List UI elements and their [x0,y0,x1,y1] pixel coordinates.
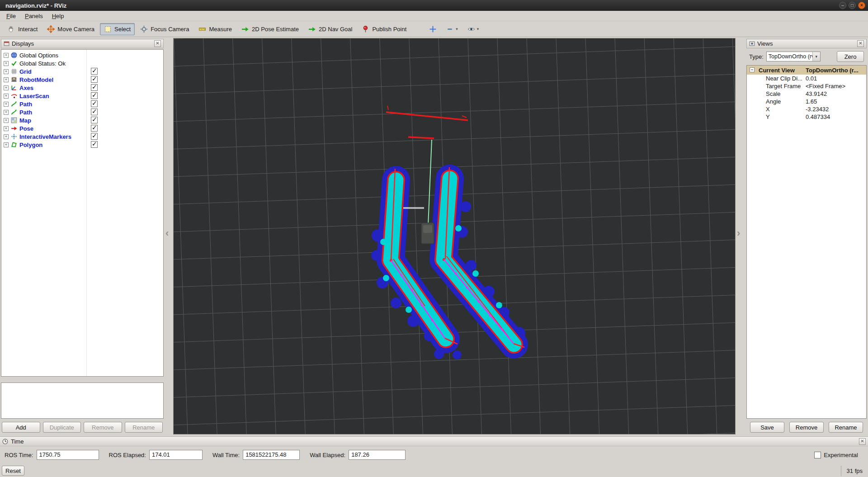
display-checkbox[interactable] [91,133,98,140]
expander-icon[interactable]: + [4,102,9,107]
duplicate-button[interactable]: Duplicate [43,422,81,433]
expander-icon[interactable]: + [4,85,9,90]
display-row-global-options[interactable]: + Global Options [1,51,163,59]
display-checkbox[interactable] [91,68,98,75]
display-row-pose[interactable]: + Pose [1,124,163,132]
tool-move-camera[interactable]: Move Camera [43,23,99,35]
display-checkbox[interactable] [91,117,98,123]
wall-time-input[interactable]: 1581522175.48 [243,450,300,460]
expander-icon[interactable]: + [4,142,9,147]
display-checkbox[interactable] [91,84,98,91]
expander-icon[interactable]: + [4,77,9,82]
chevron-down-icon[interactable]: ▾ [456,27,458,31]
display-row-interactivemarkers[interactable]: + InteractiveMarkers [1,132,163,141]
expander-icon[interactable]: + [4,134,9,139]
polygon-icon [11,142,17,148]
display-row-path-2[interactable]: + Path [1,108,163,116]
tool-2d-pose-estimate[interactable]: 2D Pose Estimate [237,23,303,35]
save-button[interactable]: Save [750,422,784,433]
display-checkbox[interactable] [91,125,98,132]
tool-2d-nav-goal[interactable]: 2D Nav Goal [304,23,356,35]
display-row-global-status[interactable]: + Global Status: Ok [1,59,163,67]
view-property-row[interactable]: X -3.23432 [747,105,866,113]
axes-icon [11,85,17,91]
expander-icon[interactable]: + [4,61,9,66]
expander-icon[interactable]: + [4,126,9,131]
rename-button[interactable]: Rename [125,422,163,433]
display-checkbox[interactable] [91,76,98,83]
tool-interact[interactable]: Interact [4,23,42,35]
displays-tree[interactable]: + Global Options + Global Status: Ok + G… [1,49,164,377]
expander-icon[interactable]: + [4,53,9,58]
views-panel-header[interactable]: Views ✕ [746,39,867,48]
display-row-robotmodel[interactable]: + RobotModel [1,76,163,84]
titlebar[interactable]: navigation.rviz* - RViz – □ × [0,0,868,11]
view-property-row[interactable]: Angle 1.65 [747,98,866,105]
experimental-checkbox[interactable] [814,452,821,458]
display-checkbox[interactable] [91,109,98,115]
display-checkbox[interactable] [91,100,98,107]
reset-button[interactable]: Reset [2,466,24,476]
3d-viewport[interactable] [173,38,736,434]
display-row-map[interactable]: + Map [1,116,163,124]
views-tree[interactable]: − Current View TopDownOrtho (r... Near C… [746,65,867,419]
robot-model-icon [11,76,17,83]
view-property-row[interactable]: Near Clip Di... 0.01 [747,75,866,82]
view-property-row[interactable]: Target Frame <Fixed Frame> [747,82,866,90]
display-row-laserscan[interactable]: + LaserScan [1,92,163,100]
display-checkbox[interactable] [91,92,98,99]
display-row-path-1[interactable]: + Path [1,100,163,108]
ros-time-input[interactable]: 1750.75 [37,450,99,460]
ros-elapsed-input[interactable]: 174.01 [149,450,203,460]
close-button[interactable]: × [858,2,865,9]
tool-label: 2D Pose Estimate [252,26,299,33]
time-fields: ROS Time: 1750.75 ROS Elapsed: 174.01 Wa… [0,446,868,460]
remove-button[interactable]: Remove [84,422,122,433]
collapse-icon[interactable]: − [750,67,755,72]
close-icon[interactable]: ✕ [857,40,864,47]
tool-select[interactable]: Select [100,23,135,35]
close-icon[interactable]: ✕ [859,438,866,445]
collapse-left-chevron[interactable]: ‹ [165,228,169,238]
experimental-group: Experimental [814,452,858,458]
display-row-polygon[interactable]: + Polygon [1,141,163,149]
time-panel-header[interactable]: Time ✕ [0,437,868,446]
view-type-row: Type: TopDownOrtho (rv ▾ Zero [746,51,867,62]
expander-icon[interactable]: + [4,94,9,99]
expander-icon[interactable]: + [4,118,9,123]
tool-visibility-button[interactable]: ▾ [463,23,483,35]
remove-view-button[interactable]: Remove [789,422,824,433]
tool-focus-camera[interactable]: Focus Camera [136,23,193,35]
tool-remove-button[interactable]: ▾ [442,23,462,35]
view-property-row[interactable]: Scale 43.9142 [747,90,866,98]
display-row-axes[interactable]: + Axes [1,84,163,92]
chevron-down-icon[interactable]: ▾ [812,52,820,61]
display-row-grid[interactable]: + Grid [1,67,163,76]
menu-panels[interactable]: Panels [20,12,47,20]
current-view-row[interactable]: − Current View TopDownOrtho (r... [747,66,866,75]
add-button[interactable]: Add [2,422,40,433]
expander-icon[interactable]: + [4,110,9,115]
tool-label: Measure [209,26,232,33]
tool-add-button[interactable] [425,23,441,35]
map-icon [11,117,17,123]
zero-button[interactable]: Zero [837,51,864,62]
menu-file[interactable]: File [2,12,20,20]
close-icon[interactable]: ✕ [154,40,161,47]
tool-measure[interactable]: Measure [194,23,236,35]
displays-panel-header[interactable]: Displays ✕ [1,39,164,48]
menu-help[interactable]: Help [47,12,69,20]
view-type-combo[interactable]: TopDownOrtho (rv ▾ [766,52,821,61]
expander-icon[interactable]: + [4,69,9,74]
displays-panel: Displays ✕ + Global Options + Global Sta… [1,39,164,434]
collapse-right-chevron[interactable]: › [737,228,740,238]
minimize-button[interactable]: – [839,2,846,9]
tool-publish-point[interactable]: Publish Point [358,23,410,35]
maximize-button[interactable]: □ [849,2,856,9]
rename-view-button[interactable]: Rename [829,422,863,433]
wall-elapsed-input[interactable]: 187.26 [349,450,406,460]
displays-panel-icon [4,41,9,47]
view-property-row[interactable]: Y 0.487334 [747,113,866,121]
display-checkbox[interactable] [91,141,98,148]
chevron-down-icon[interactable]: ▾ [477,27,479,31]
